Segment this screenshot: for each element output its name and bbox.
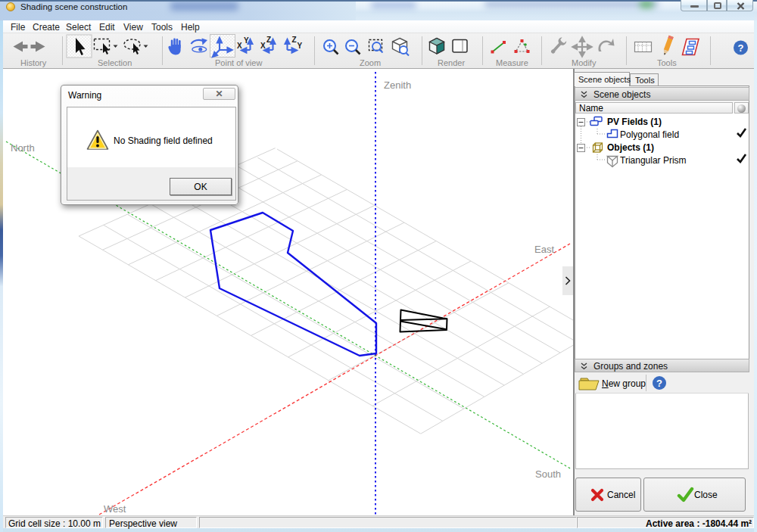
svg-text:?: ? (738, 42, 744, 54)
svg-text:Z: Z (266, 36, 271, 44)
svg-text:?: ? (656, 378, 662, 389)
svg-text:Y: Y (298, 42, 303, 50)
svg-text:Y: Y (244, 36, 249, 45)
svg-text:X: X (260, 42, 266, 50)
svg-text:Z: Z (292, 36, 297, 44)
svg-text:X: X (237, 42, 242, 50)
